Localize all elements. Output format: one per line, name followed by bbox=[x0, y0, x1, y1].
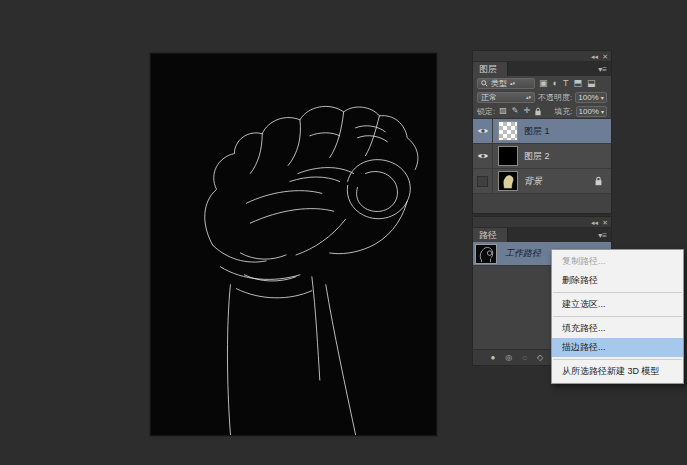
layer-thumbnail[interactable] bbox=[498, 146, 518, 166]
layer-row-2[interactable]: 图层 2 bbox=[473, 144, 611, 169]
close-panel-icon[interactable]: ✕ bbox=[602, 219, 608, 226]
collapse-panel-icon[interactable]: ◂◂ bbox=[591, 53, 598, 60]
blend-mode-dropdown[interactable]: 正常 ▴▾ bbox=[477, 92, 535, 103]
blend-mode-value: 正常 bbox=[481, 92, 497, 103]
tab-bar-spacer bbox=[508, 228, 594, 242]
menu-item-delete-path[interactable]: 删除路径 bbox=[552, 271, 683, 290]
eye-hidden-box bbox=[477, 176, 488, 187]
make-work-path-icon[interactable]: ◇ bbox=[536, 353, 544, 363]
layer-lock-cell bbox=[594, 176, 603, 186]
layer-name[interactable]: 图层 1 bbox=[524, 125, 611, 138]
mini-fist-image bbox=[499, 172, 517, 190]
lock-label: 锁定: bbox=[477, 106, 495, 117]
work-path-name: 工作路径 bbox=[505, 247, 541, 260]
filter-type-dropdown[interactable]: 类型 ▴▾ bbox=[477, 78, 535, 89]
filter-smart-object-icon[interactable]: ⬓ bbox=[586, 78, 597, 88]
filter-picture-icon[interactable]: ▣ bbox=[538, 78, 549, 88]
paths-tab-bar: 路径 ▾≡ bbox=[473, 228, 611, 242]
layer-name[interactable]: 图层 2 bbox=[524, 150, 611, 163]
eye-icon bbox=[477, 152, 489, 160]
path-thumbnail bbox=[475, 244, 497, 264]
layer-thumbnail[interactable] bbox=[498, 171, 518, 191]
search-icon bbox=[481, 80, 488, 87]
layer-row-1[interactable]: 图层 1 bbox=[473, 119, 611, 144]
tab-paths[interactable]: 路径 bbox=[473, 228, 508, 242]
load-selection-icon[interactable]: ◌ bbox=[521, 353, 528, 363]
opacity-label: 不透明度: bbox=[538, 92, 572, 103]
blend-mode-row: 正常 ▴▾ 不透明度: 100% ▾ bbox=[473, 90, 611, 104]
filter-type-icon[interactable]: T bbox=[562, 78, 570, 88]
opacity-value-box[interactable]: 100% ▾ bbox=[575, 92, 606, 103]
tab-layers[interactable]: 图层 bbox=[473, 62, 508, 76]
paths-panel-header: ◂◂ ✕ bbox=[473, 217, 611, 228]
lock-pixels-icon[interactable]: ✎ bbox=[511, 106, 520, 116]
layer-thumbnail[interactable] bbox=[498, 121, 518, 141]
collapse-panel-icon[interactable]: ◂◂ bbox=[591, 219, 598, 226]
layer-row-background[interactable]: 背景 bbox=[473, 169, 611, 194]
close-panel-icon[interactable]: ✕ bbox=[602, 53, 608, 60]
layers-panel-header: ◂◂ ✕ bbox=[473, 51, 611, 62]
chevron-updown-icon: ▴▾ bbox=[510, 82, 515, 85]
document-canvas[interactable] bbox=[150, 53, 437, 436]
eye-icon bbox=[477, 127, 489, 135]
menu-item-new-3d-model[interactable]: 从所选路径新建 3D 模型 bbox=[552, 362, 683, 381]
chevron-down-icon: ▾ bbox=[601, 94, 604, 101]
filter-shape-icon[interactable]: ⬒ bbox=[572, 78, 583, 88]
filter-adjustment-icon[interactable]: ◐ bbox=[552, 78, 559, 88]
layers-tab-bar: 图层 ▾≡ bbox=[473, 62, 611, 76]
mini-fist-path bbox=[476, 245, 496, 263]
layer-name[interactable]: 背景 bbox=[524, 175, 594, 188]
lock-row: 锁定: ▨ ✎ ✛ 填充: 100% ▾ bbox=[473, 104, 611, 118]
visibility-cell[interactable] bbox=[473, 119, 493, 143]
fist-line-art bbox=[151, 54, 436, 435]
menu-separator bbox=[553, 292, 682, 293]
visibility-cell[interactable] bbox=[473, 169, 493, 193]
layers-panel: ◂◂ ✕ 图层 ▾≡ 类型 ▴▾ ▣ ◐ T ⬒ ⬓ 正 bbox=[472, 50, 612, 214]
menu-item-duplicate-path: 复制路径... bbox=[552, 252, 683, 271]
stroke-path-icon[interactable]: ◎ bbox=[504, 353, 513, 363]
tab-bar-spacer bbox=[508, 62, 594, 76]
menu-separator bbox=[553, 359, 682, 360]
layers-list: 图层 1 图层 2 bbox=[473, 118, 611, 194]
paths-panel-menu-icon[interactable]: ▾≡ bbox=[594, 228, 611, 242]
lock-position-icon[interactable]: ✛ bbox=[523, 106, 532, 116]
fill-value: 100% bbox=[579, 107, 599, 116]
layers-panel-menu-icon[interactable]: ▾≡ bbox=[594, 62, 611, 76]
menu-item-stroke-path[interactable]: 描边路径... bbox=[552, 338, 683, 357]
chevron-updown-icon: ▴▾ bbox=[526, 96, 531, 99]
lock-transparent-icon[interactable]: ▨ bbox=[498, 106, 508, 116]
menu-separator bbox=[553, 316, 682, 317]
chevron-down-icon: ▾ bbox=[601, 108, 604, 115]
fill-value-box[interactable]: 100% ▾ bbox=[576, 106, 607, 117]
menu-item-make-selection[interactable]: 建立选区... bbox=[552, 295, 683, 314]
lock-all-icon[interactable] bbox=[534, 107, 542, 116]
visibility-cell[interactable] bbox=[473, 144, 493, 168]
fill-path-icon[interactable]: ● bbox=[489, 353, 496, 363]
fill-label: 填充: bbox=[554, 106, 572, 117]
lock-icon bbox=[594, 176, 603, 186]
filter-type-label: 类型 bbox=[491, 78, 507, 89]
opacity-value: 100% bbox=[578, 93, 598, 102]
menu-item-fill-path[interactable]: 填充路径... bbox=[552, 319, 683, 338]
photoshop-workspace: ◂◂ ✕ 图层 ▾≡ 类型 ▴▾ ▣ ◐ T ⬒ ⬓ 正 bbox=[0, 0, 687, 465]
path-context-menu: 复制路径... 删除路径 建立选区... 填充路径... 描边路径... 从所选… bbox=[551, 249, 684, 384]
layers-filter-row: 类型 ▴▾ ▣ ◐ T ⬒ ⬓ bbox=[473, 76, 611, 90]
